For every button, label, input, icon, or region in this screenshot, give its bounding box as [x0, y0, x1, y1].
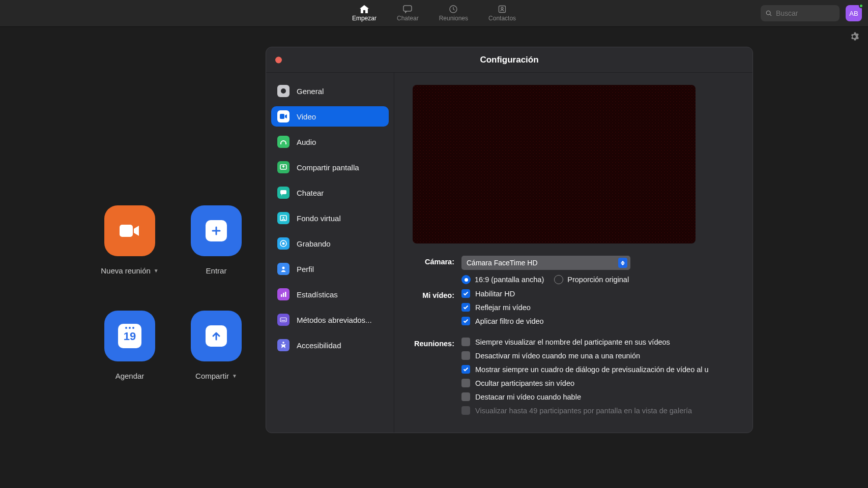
- check-mirror[interactable]: Reflejar mi vídeo: [461, 303, 735, 312]
- avatar[interactable]: AB: [846, 5, 862, 21]
- checkbox: [461, 338, 470, 346]
- close-icon[interactable]: [275, 56, 282, 63]
- gear-icon[interactable]: [850, 32, 859, 43]
- svg-rect-0: [403, 6, 412, 11]
- nav-tab-contacts[interactable]: Contactos: [485, 0, 519, 26]
- chat-icon: [402, 5, 413, 13]
- keyboard-icon: [277, 314, 290, 326]
- checkbox: [461, 289, 470, 298]
- my-video-label: Mi vídeo:: [413, 289, 461, 299]
- sidebar-item-virtual-bg[interactable]: Fondo virtual: [271, 208, 389, 228]
- checkbox: [461, 379, 470, 387]
- sidebar-item-shortcuts[interactable]: Métodos abreviados...: [271, 310, 389, 330]
- tile-label: Entrar: [206, 266, 227, 275]
- settings-modal: Configuración General Video Audio Compar…: [266, 47, 753, 433]
- check-preview-dialog[interactable]: Mostrar siempre un cuadro de diálogo de …: [461, 365, 735, 374]
- recording-icon: [277, 237, 290, 250]
- tile-share: Compartir ▼: [173, 311, 259, 380]
- svg-rect-18: [280, 318, 286, 322]
- new-meeting-button[interactable]: [104, 205, 155, 256]
- sidebar-item-label: Chatear: [297, 189, 324, 197]
- settings-body: General Video Audio Compartir pantalla C…: [266, 73, 753, 433]
- nav-tab-label: Contactos: [488, 15, 516, 22]
- sidebar-item-label: Audio: [297, 138, 316, 146]
- sidebar-item-accessibility[interactable]: Accesibilidad: [271, 335, 389, 355]
- sidebar-item-general[interactable]: General: [271, 81, 389, 101]
- nav-tab-label: Chatear: [397, 15, 419, 22]
- sidebar-item-label: Accesibilidad: [297, 341, 341, 350]
- sidebar-item-share-screen[interactable]: Compartir pantalla: [271, 157, 389, 177]
- tile-label[interactable]: Compartir ▼: [195, 372, 237, 380]
- check-show-name[interactable]: Siempre visualizar el nombre del partici…: [461, 338, 735, 346]
- sidebar-item-video[interactable]: Video: [271, 106, 389, 127]
- sidebar-item-chat[interactable]: Chatear: [271, 182, 389, 203]
- sidebar-item-label: Fondo virtual: [297, 214, 341, 223]
- tile-label: Agendar: [115, 372, 144, 380]
- checkbox: [461, 365, 470, 374]
- sidebar-item-label: Estadísticas: [297, 290, 338, 299]
- audio-icon: [277, 136, 290, 148]
- svg-point-3: [501, 7, 503, 9]
- radio-dot: [461, 275, 471, 284]
- checkbox: [461, 392, 470, 401]
- my-video-row: Mi vídeo: Habilitar HD Reflejar mi vídeo: [413, 289, 735, 325]
- nav-tab-meetings[interactable]: Reuniones: [436, 0, 471, 26]
- sidebar-item-profile[interactable]: Perfil: [271, 259, 389, 279]
- svg-point-14: [282, 267, 285, 269]
- check-spotlight[interactable]: Destacar mi vídeo cuando hable: [461, 392, 735, 401]
- tile-label[interactable]: Nueva reunión ▼: [101, 266, 158, 275]
- svg-point-6: [281, 88, 286, 94]
- settings-title: Configuración: [480, 55, 538, 65]
- checkbox: [461, 351, 470, 360]
- select-value: Cámara FaceTime HD: [467, 259, 538, 267]
- schedule-button[interactable]: 19: [104, 311, 155, 361]
- video-preview: [413, 85, 696, 243]
- tile-join: Entrar: [173, 205, 259, 275]
- share-screen-icon: [277, 161, 290, 173]
- nav-right: AB: [761, 5, 862, 21]
- camera-row: Cámara: Cámara FaceTime HD 16:9 (pantall…: [413, 256, 735, 284]
- nav-tab-home[interactable]: Empezar: [349, 0, 380, 26]
- sidebar-item-audio[interactable]: Audio: [271, 132, 389, 152]
- settings-scroll[interactable]: Cámara: Cámara FaceTime HD 16:9 (pantall…: [394, 73, 745, 433]
- camera-label: Cámara:: [413, 256, 461, 266]
- calendar-icon: 19: [118, 324, 141, 348]
- check-enable-hd[interactable]: Habilitar HD: [461, 289, 735, 298]
- svg-rect-16: [283, 293, 284, 297]
- search-icon: [766, 10, 772, 17]
- nav-tab-chat[interactable]: Chatear: [394, 0, 422, 26]
- avatar-initials: AB: [849, 10, 858, 17]
- sidebar-item-recording[interactable]: Grabando: [271, 233, 389, 254]
- camera-select[interactable]: Cámara FaceTime HD: [461, 256, 630, 270]
- nav-tab-label: Reuniones: [439, 15, 468, 22]
- search-input[interactable]: [776, 9, 834, 17]
- checkbox: [461, 303, 470, 312]
- svg-rect-5: [120, 225, 133, 237]
- checkbox: [461, 317, 470, 325]
- radio-16-9[interactable]: 16:9 (pantalla ancha): [461, 275, 544, 284]
- general-icon: [277, 85, 290, 97]
- check-filter[interactable]: Aplicar filtro de video: [461, 317, 735, 325]
- svg-point-4: [766, 11, 770, 15]
- svg-point-19: [282, 342, 284, 344]
- share-button[interactable]: [191, 311, 242, 361]
- sidebar-item-label: General: [297, 87, 324, 96]
- meetings-row: Reuniones: Siempre visualizar el nombre …: [413, 338, 735, 415]
- check-hide-nonvideo[interactable]: Ocultar participantes sin vídeo: [461, 379, 735, 387]
- virtual-bg-icon: [277, 212, 290, 224]
- join-button[interactable]: [191, 205, 242, 256]
- svg-rect-15: [281, 294, 282, 297]
- search-box[interactable]: [761, 5, 840, 21]
- clock-icon: [448, 5, 458, 13]
- gear-row: [0, 27, 868, 43]
- sidebar-item-stats[interactable]: Estadísticas: [271, 284, 389, 304]
- radio-original[interactable]: Proporción original: [554, 275, 629, 284]
- check-disable-on-join[interactable]: Desactivar mi vídeo cuando me una a una …: [461, 351, 735, 360]
- plus-icon: [206, 220, 227, 241]
- video-icon: [119, 223, 141, 239]
- top-nav: Empezar Chatear Reuniones Contactos A: [0, 0, 868, 27]
- sidebar-item-label: Video: [297, 112, 316, 121]
- nav-tabs: Empezar Chatear Reuniones Contactos: [349, 0, 519, 26]
- svg-point-13: [282, 242, 285, 245]
- profile-icon: [277, 263, 290, 275]
